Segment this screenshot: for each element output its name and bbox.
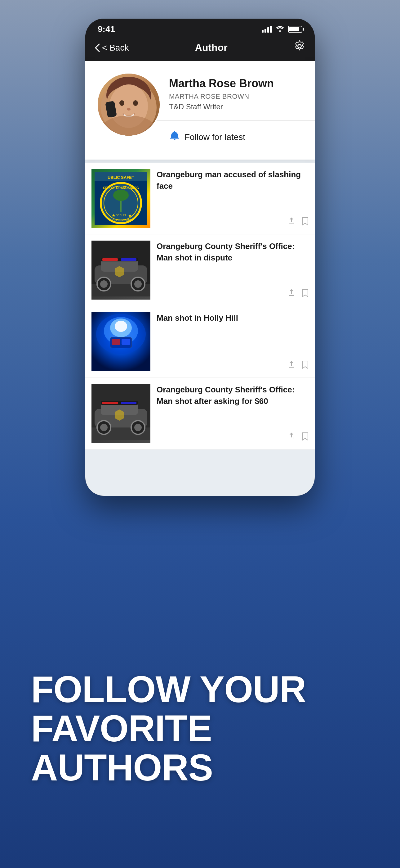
bookmark-icon[interactable] bbox=[302, 361, 308, 371]
news-actions bbox=[157, 214, 308, 228]
bookmark-icon[interactable] bbox=[302, 289, 308, 300]
nav-bar: < Back Author bbox=[85, 37, 315, 61]
news-item[interactable]: UBLIC SAFET CITY OF ORANGEBURG ★ ★ bbox=[85, 163, 315, 235]
share-icon[interactable] bbox=[288, 432, 296, 443]
svg-text:★: ★ bbox=[128, 213, 132, 218]
svg-rect-38 bbox=[112, 339, 120, 345]
share-icon[interactable] bbox=[288, 289, 296, 300]
author-avatar bbox=[98, 73, 160, 136]
svg-rect-50 bbox=[121, 402, 136, 404]
news-thumbnail bbox=[92, 312, 151, 371]
news-actions bbox=[157, 286, 308, 300]
news-item[interactable]: Orangeburg County Sheriff's Office: Man … bbox=[85, 378, 315, 450]
svg-rect-31 bbox=[121, 258, 136, 261]
bookmark-icon[interactable] bbox=[302, 217, 308, 228]
svg-point-5 bbox=[133, 100, 138, 106]
news-content: Man shot in Holly Hill bbox=[157, 306, 315, 377]
news-actions bbox=[157, 357, 308, 371]
svg-point-4 bbox=[120, 100, 124, 106]
page-title: Author bbox=[195, 42, 228, 53]
back-button[interactable]: < Back bbox=[95, 43, 129, 53]
status-bar: 9:41 bbox=[85, 19, 315, 37]
author-card: Martha Rose Brown MARTHA ROSE BROWN T&D … bbox=[85, 61, 315, 160]
svg-text:UBLIC SAFET: UBLIC SAFET bbox=[108, 175, 134, 180]
status-icons bbox=[262, 25, 302, 34]
bookmark-icon[interactable] bbox=[302, 432, 308, 443]
news-title: Orangeburg County Sheriff's Office: Man … bbox=[157, 241, 308, 286]
news-actions bbox=[157, 429, 308, 443]
news-thumbnail bbox=[92, 384, 151, 443]
svg-text:CITY OF ORANGEBURG: CITY OF ORANGEBURG bbox=[103, 186, 139, 190]
svg-point-6 bbox=[127, 108, 131, 111]
news-title: Orangeburg County Sheriff's Office: Man … bbox=[157, 384, 308, 429]
wifi-icon bbox=[276, 25, 284, 34]
svg-point-26 bbox=[100, 280, 108, 288]
svg-text:★: ★ bbox=[112, 213, 116, 218]
author-name: Martha Rose Brown bbox=[169, 77, 302, 90]
phone-frame: 9:41 < B bbox=[85, 19, 315, 496]
marketing-section: FOLLOW YOUR FAVORITE AUTHORS bbox=[31, 670, 306, 787]
svg-point-28 bbox=[134, 280, 142, 288]
news-content: Orangeburg County Sheriff's Office: Man … bbox=[157, 378, 315, 449]
share-icon[interactable] bbox=[288, 217, 296, 228]
marketing-line1: FOLLOW YOUR bbox=[31, 670, 306, 709]
bell-icon bbox=[169, 130, 180, 144]
svg-rect-30 bbox=[102, 258, 118, 261]
status-time: 9:41 bbox=[98, 24, 115, 34]
svg-rect-49 bbox=[102, 402, 118, 404]
author-username: MARTHA ROSE BROWN bbox=[169, 93, 302, 101]
settings-icon[interactable] bbox=[294, 40, 305, 55]
battery-icon bbox=[288, 26, 302, 33]
svg-rect-39 bbox=[122, 339, 130, 345]
svg-point-16 bbox=[113, 190, 129, 201]
news-list: UBLIC SAFET CITY OF ORANGEBURG ★ ★ bbox=[85, 163, 315, 450]
signal-icon bbox=[262, 26, 272, 33]
news-content: Orangeburg County Sheriff's Office: Man … bbox=[157, 235, 315, 306]
follow-label: Follow for latest bbox=[185, 132, 245, 142]
news-item[interactable]: Man shot in Holly Hill bbox=[85, 306, 315, 378]
news-title: Orangeburg man accused of slashing face bbox=[157, 169, 308, 214]
svg-text:DEC. 24: DEC. 24 bbox=[116, 214, 126, 217]
marketing-line3: AUTHORS bbox=[31, 748, 306, 787]
news-thumbnail bbox=[92, 241, 151, 300]
news-thumbnail: UBLIC SAFET CITY OF ORANGEBURG ★ ★ bbox=[92, 169, 151, 228]
news-item[interactable]: Orangeburg County Sheriff's Office: Man … bbox=[85, 235, 315, 306]
divider bbox=[157, 120, 315, 121]
news-content: Orangeburg man accused of slashing face bbox=[157, 163, 315, 234]
marketing-line2: FAVORITE bbox=[31, 709, 306, 748]
follow-button[interactable]: Follow for latest bbox=[169, 127, 302, 147]
svg-point-45 bbox=[100, 424, 108, 431]
svg-point-47 bbox=[134, 424, 142, 431]
content-area: Martha Rose Brown MARTHA ROSE BROWN T&D … bbox=[85, 61, 315, 496]
author-info: Martha Rose Brown MARTHA ROSE BROWN T&D … bbox=[169, 73, 302, 147]
share-icon[interactable] bbox=[288, 361, 296, 371]
news-title: Man shot in Holly Hill bbox=[157, 312, 308, 357]
author-role: T&D Staff Writer bbox=[169, 102, 302, 111]
svg-text:INCORPORATED: INCORPORATED bbox=[110, 219, 132, 222]
svg-point-36 bbox=[115, 321, 127, 332]
back-label: < Back bbox=[102, 43, 129, 53]
